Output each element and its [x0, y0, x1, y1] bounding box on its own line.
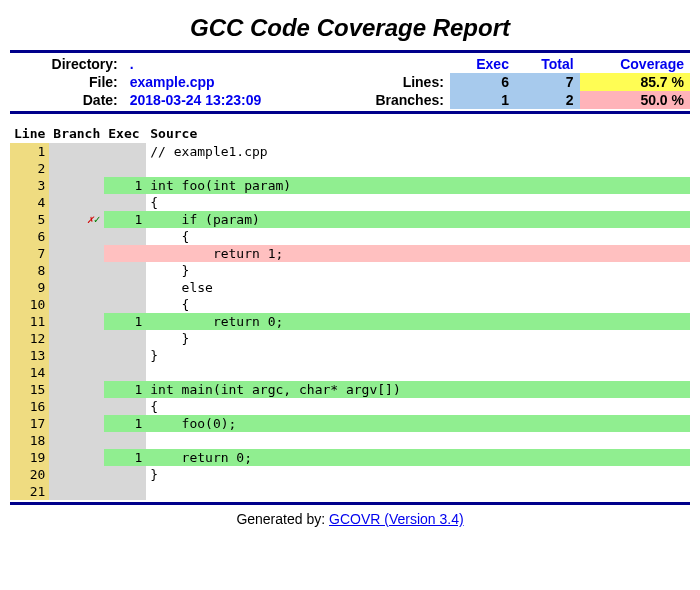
line-number: 14	[10, 364, 49, 381]
branch-cell	[49, 296, 104, 313]
code-row: 12 }	[10, 330, 690, 347]
header-coverage: Coverage	[580, 55, 690, 73]
line-number: 10	[10, 296, 49, 313]
line-number: 19	[10, 449, 49, 466]
code-row: 2	[10, 160, 690, 177]
source-cell: {	[146, 296, 690, 313]
source-cell: return 0;	[146, 313, 690, 330]
line-number: 20	[10, 466, 49, 483]
source-cell: else	[146, 279, 690, 296]
exec-cell: 1	[104, 415, 146, 432]
branch-cell	[49, 381, 104, 398]
label-file: File:	[10, 73, 124, 91]
branch-cell	[49, 279, 104, 296]
exec-cell: 1	[104, 449, 146, 466]
source-cell: }	[146, 330, 690, 347]
code-row: 151int main(int argc, char* argv[])	[10, 381, 690, 398]
exec-cell	[104, 347, 146, 364]
source-cell: foo(0);	[146, 415, 690, 432]
branch-cell	[49, 228, 104, 245]
code-row: 13}	[10, 347, 690, 364]
label-branches: Branches:	[333, 91, 450, 109]
branches-exec: 1	[450, 91, 515, 109]
exec-cell: 1	[104, 313, 146, 330]
code-row: 10 {	[10, 296, 690, 313]
source-cell	[146, 432, 690, 449]
value-file[interactable]: example.cpp	[124, 73, 333, 91]
line-number: 1	[10, 143, 49, 160]
header-exec: Exec	[450, 55, 515, 73]
summary-table: Directory: . Exec Total Coverage File: e…	[10, 55, 690, 109]
footer-link[interactable]: GCOVR (Version 3.4)	[329, 511, 464, 527]
branch-cell	[49, 449, 104, 466]
exec-cell	[104, 398, 146, 415]
exec-cell	[104, 364, 146, 381]
branch-cell	[49, 245, 104, 262]
exec-cell: 1	[104, 177, 146, 194]
line-number: 17	[10, 415, 49, 432]
branch-cell	[49, 143, 104, 160]
branch-cell	[49, 177, 104, 194]
line-number: 2	[10, 160, 49, 177]
code-row: 191 return 0;	[10, 449, 690, 466]
code-row: 111 return 0;	[10, 313, 690, 330]
exec-cell	[104, 228, 146, 245]
code-row: 7 return 1;	[10, 245, 690, 262]
line-number: 8	[10, 262, 49, 279]
branch-cell	[49, 415, 104, 432]
label-lines: Lines:	[333, 73, 450, 91]
exec-cell	[104, 432, 146, 449]
source-cell: return 0;	[146, 449, 690, 466]
line-number: 3	[10, 177, 49, 194]
value-directory[interactable]: .	[124, 55, 333, 73]
line-number: 21	[10, 483, 49, 500]
line-number: 15	[10, 381, 49, 398]
code-row: 14	[10, 364, 690, 381]
code-row: 5✗✓1 if (param)	[10, 211, 690, 228]
code-row: 20}	[10, 466, 690, 483]
label-date: Date:	[10, 91, 124, 109]
col-exec: Exec	[104, 124, 146, 143]
branches-total: 2	[515, 91, 580, 109]
lines-cov: 85.7 %	[580, 73, 690, 91]
branch-cell	[49, 313, 104, 330]
code-row: 16{	[10, 398, 690, 415]
code-row: 8 }	[10, 262, 690, 279]
branch-cell	[49, 398, 104, 415]
exec-cell	[104, 483, 146, 500]
exec-cell	[104, 262, 146, 279]
line-number: 6	[10, 228, 49, 245]
footer: Generated by: GCOVR (Version 3.4)	[10, 511, 690, 527]
branch-cell	[49, 194, 104, 211]
code-row: 18	[10, 432, 690, 449]
source-cell: {	[146, 228, 690, 245]
col-line: Line	[10, 124, 49, 143]
source-cell: int foo(int param)	[146, 177, 690, 194]
divider-bottom	[10, 502, 690, 505]
branch-miss-icon: ✗	[87, 213, 94, 226]
exec-cell	[104, 296, 146, 313]
line-number: 12	[10, 330, 49, 347]
source-cell: return 1;	[146, 245, 690, 262]
branch-hit-icon: ✓	[94, 213, 101, 226]
branch-cell	[49, 432, 104, 449]
branch-cell	[49, 483, 104, 500]
line-number: 18	[10, 432, 49, 449]
value-date: 2018-03-24 13:23:09	[124, 91, 333, 109]
exec-cell: 1	[104, 211, 146, 228]
col-branch: Branch	[49, 124, 104, 143]
source-cell: if (param)	[146, 211, 690, 228]
line-number: 4	[10, 194, 49, 211]
line-number: 11	[10, 313, 49, 330]
code-row: 4{	[10, 194, 690, 211]
code-table: Line Branch Exec Source 1// example1.cpp…	[10, 124, 690, 500]
branch-cell	[49, 262, 104, 279]
exec-cell	[104, 160, 146, 177]
source-cell	[146, 364, 690, 381]
branch-cell	[49, 466, 104, 483]
line-number: 13	[10, 347, 49, 364]
exec-cell	[104, 279, 146, 296]
exec-cell: 1	[104, 381, 146, 398]
source-cell: {	[146, 194, 690, 211]
branch-cell: ✗✓	[49, 211, 104, 228]
